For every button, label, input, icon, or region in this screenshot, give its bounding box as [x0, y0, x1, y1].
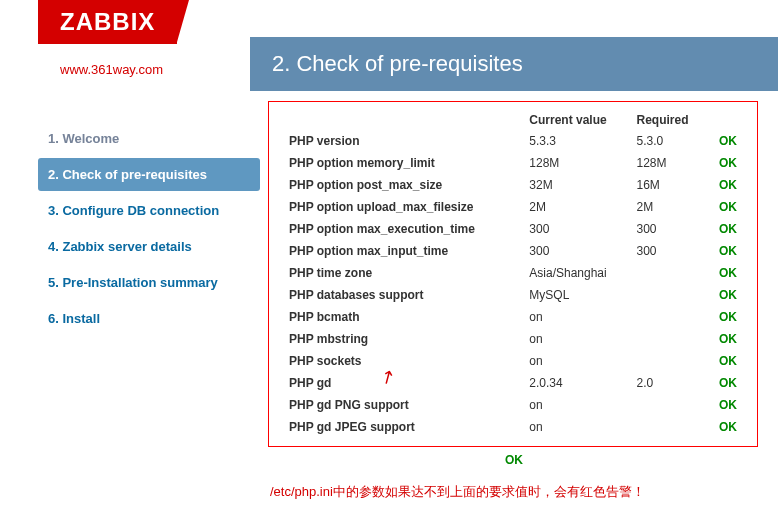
- req-required: [632, 350, 708, 372]
- req-current: on: [524, 416, 631, 438]
- req-name: PHP gd JPEG support: [284, 416, 524, 438]
- req-name: PHP sockets: [284, 350, 524, 372]
- req-name: PHP databases support: [284, 284, 524, 306]
- req-required: 2M: [632, 196, 708, 218]
- annotation-note: /etc/php.ini中的参数如果达不到上面的要求值时，会有红色告警！: [270, 483, 768, 501]
- req-current: 128M: [524, 152, 631, 174]
- step-welcome[interactable]: 1. Welcome: [38, 122, 260, 155]
- req-current: 2M: [524, 196, 631, 218]
- step-db-connection[interactable]: 3. Configure DB connection: [38, 194, 260, 227]
- req-name: PHP bcmath: [284, 306, 524, 328]
- req-current: 300: [524, 218, 631, 240]
- req-status: OK: [708, 262, 742, 284]
- req-name: PHP time zone: [284, 262, 524, 284]
- req-required: [632, 394, 708, 416]
- table-row: PHP option upload_max_filesize2M2MOK: [284, 196, 742, 218]
- step-db-link[interactable]: 3. Configure DB connection: [48, 203, 219, 218]
- req-required: 16M: [632, 174, 708, 196]
- req-status: OK: [708, 196, 742, 218]
- step-install[interactable]: 6. Install: [38, 302, 260, 335]
- requirements-table: Current value Required PHP version5.3.35…: [284, 110, 742, 438]
- req-current: on: [524, 328, 631, 350]
- req-current: 300: [524, 240, 631, 262]
- col-required: Required: [632, 110, 708, 130]
- req-required: 300: [632, 218, 708, 240]
- watermark-text: www.361way.com: [60, 62, 768, 77]
- req-name: PHP option post_max_size: [284, 174, 524, 196]
- req-required: 300: [632, 240, 708, 262]
- req-current: 5.3.3: [524, 130, 631, 152]
- requirements-box: Current value Required PHP version5.3.35…: [268, 101, 758, 447]
- overall-status: OK: [260, 453, 768, 467]
- table-row: PHP option post_max_size32M16MOK: [284, 174, 742, 196]
- table-row: PHP bcmathonOK: [284, 306, 742, 328]
- col-current-value: Current value: [524, 110, 631, 130]
- table-row: PHP socketsonOK: [284, 350, 742, 372]
- zabbix-logo: ZABBIX: [38, 0, 177, 44]
- req-status: OK: [708, 240, 742, 262]
- req-required: [632, 306, 708, 328]
- req-status: OK: [708, 218, 742, 240]
- req-name: PHP option max_execution_time: [284, 218, 524, 240]
- table-row: PHP option max_execution_time300300OK: [284, 218, 742, 240]
- req-name: PHP gd PNG support: [284, 394, 524, 416]
- req-status: OK: [708, 130, 742, 152]
- req-required: 5.3.0: [632, 130, 708, 152]
- req-name: PHP option memory_limit: [284, 152, 524, 174]
- req-name: PHP option max_input_time: [284, 240, 524, 262]
- req-name: PHP gd: [284, 372, 524, 394]
- req-required: [632, 416, 708, 438]
- req-status: OK: [708, 174, 742, 196]
- req-status: OK: [708, 372, 742, 394]
- table-row: PHP version5.3.35.3.0OK: [284, 130, 742, 152]
- req-current: on: [524, 306, 631, 328]
- table-row: PHP option max_input_time300300OK: [284, 240, 742, 262]
- req-status: OK: [708, 306, 742, 328]
- req-current: on: [524, 394, 631, 416]
- req-current: MySQL: [524, 284, 631, 306]
- req-name: PHP mbstring: [284, 328, 524, 350]
- req-current: 2.0.34: [524, 372, 631, 394]
- req-required: 2.0: [632, 372, 708, 394]
- req-status: OK: [708, 152, 742, 174]
- req-name: PHP option upload_max_filesize: [284, 196, 524, 218]
- wizard-sidebar: 1. Welcome 2. Check of pre-requisites 3.…: [10, 37, 260, 501]
- step-server-details[interactable]: 4. Zabbix server details: [38, 230, 260, 263]
- req-status: OK: [708, 394, 742, 416]
- req-status: OK: [708, 350, 742, 372]
- step-summary-link[interactable]: 5. Pre-Installation summary: [48, 275, 218, 290]
- req-status: OK: [708, 416, 742, 438]
- table-row: PHP databases supportMySQLOK: [284, 284, 742, 306]
- table-row: PHP gd PNG supportonOK: [284, 394, 742, 416]
- req-required: 128M: [632, 152, 708, 174]
- table-row: PHP gd JPEG supportonOK: [284, 416, 742, 438]
- req-current: 32M: [524, 174, 631, 196]
- table-row: PHP option memory_limit128M128MOK: [284, 152, 742, 174]
- req-required: [632, 328, 708, 350]
- step-server-link[interactable]: 4. Zabbix server details: [48, 239, 192, 254]
- step-prerequisites[interactable]: 2. Check of pre-requisites: [38, 158, 260, 191]
- step-install-link[interactable]: 6. Install: [48, 311, 100, 326]
- req-name: PHP version: [284, 130, 524, 152]
- table-row: PHP mbstringonOK: [284, 328, 742, 350]
- req-required: [632, 262, 708, 284]
- req-required: [632, 284, 708, 306]
- table-row: PHP time zoneAsia/ShanghaiOK: [284, 262, 742, 284]
- req-current: on: [524, 350, 631, 372]
- req-current: Asia/Shanghai: [524, 262, 631, 284]
- req-status: OK: [708, 284, 742, 306]
- step-summary[interactable]: 5. Pre-Installation summary: [38, 266, 260, 299]
- table-row: PHP gd2.0.342.0OK: [284, 372, 742, 394]
- req-status: OK: [708, 328, 742, 350]
